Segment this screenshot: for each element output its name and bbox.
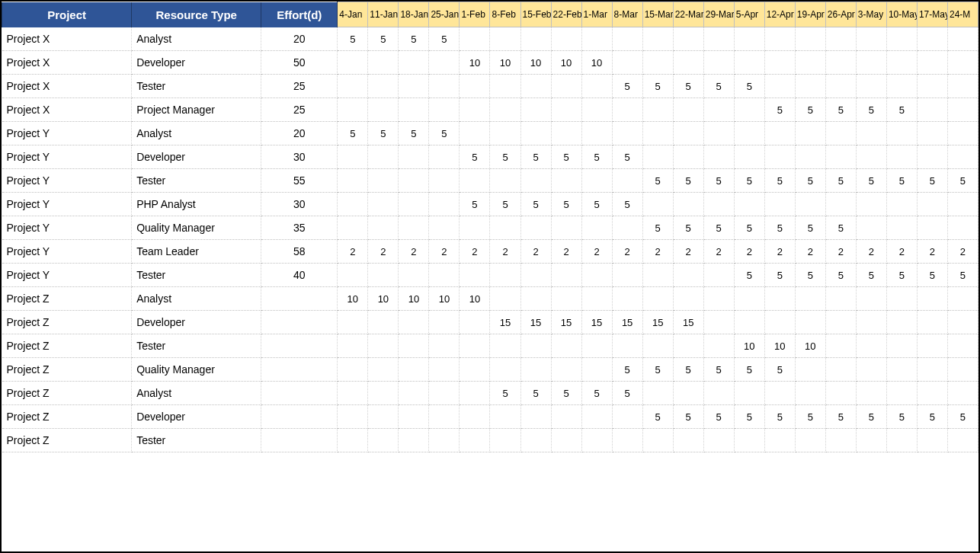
cell-value[interactable] xyxy=(429,311,460,334)
cell-value[interactable]: 5 xyxy=(642,405,673,429)
cell-value[interactable] xyxy=(825,193,856,216)
cell-effort[interactable] xyxy=(261,358,338,382)
cell-value[interactable] xyxy=(399,382,429,405)
cell-value[interactable] xyxy=(886,429,917,452)
cell-value[interactable] xyxy=(338,405,368,429)
cell-effort[interactable]: 50 xyxy=(261,51,338,75)
cell-value[interactable] xyxy=(429,429,460,452)
cell-value[interactable] xyxy=(399,405,429,429)
cell-value[interactable] xyxy=(703,122,734,145)
cell-effort[interactable] xyxy=(261,334,338,358)
cell-value[interactable] xyxy=(703,334,734,358)
cell-value[interactable]: 2 xyxy=(795,240,825,264)
cell-value[interactable] xyxy=(886,145,917,169)
cell-value[interactable] xyxy=(490,216,520,240)
cell-value[interactable]: 5 xyxy=(917,405,947,429)
cell-value[interactable]: 5 xyxy=(429,122,460,145)
cell-value[interactable] xyxy=(520,429,551,452)
cell-value[interactable] xyxy=(703,382,734,405)
cell-value[interactable] xyxy=(734,98,764,122)
cell-value[interactable] xyxy=(490,75,520,98)
cell-value[interactable] xyxy=(734,193,764,216)
cell-value[interactable] xyxy=(338,264,368,287)
cell-value[interactable]: 15 xyxy=(642,311,673,334)
cell-value[interactable] xyxy=(734,51,764,75)
cell-value[interactable] xyxy=(886,334,917,358)
cell-value[interactable]: 10 xyxy=(460,287,490,311)
cell-value[interactable]: 5 xyxy=(581,193,612,216)
cell-value[interactable]: 10 xyxy=(429,287,460,311)
cell-value[interactable]: 5 xyxy=(764,169,795,193)
cell-effort[interactable]: 58 xyxy=(261,240,338,264)
cell-value[interactable] xyxy=(460,334,490,358)
cell-value[interactable] xyxy=(825,27,856,51)
cell-value[interactable] xyxy=(856,429,886,452)
cell-value[interactable] xyxy=(338,382,368,405)
cell-project[interactable]: Project Y xyxy=(2,264,132,287)
cell-effort[interactable]: 40 xyxy=(261,264,338,287)
cell-value[interactable] xyxy=(460,382,490,405)
cell-value[interactable] xyxy=(581,405,612,429)
cell-value[interactable] xyxy=(551,216,581,240)
cell-value[interactable] xyxy=(399,75,429,98)
cell-value[interactable]: 5 xyxy=(338,27,368,51)
cell-value[interactable] xyxy=(795,51,825,75)
cell-value[interactable]: 5 xyxy=(642,75,673,98)
cell-project[interactable]: Project Z xyxy=(2,405,132,429)
header-project[interactable]: Project xyxy=(2,2,132,27)
cell-value[interactable] xyxy=(734,287,764,311)
cell-value[interactable] xyxy=(825,382,856,405)
cell-value[interactable]: 5 xyxy=(460,145,490,169)
cell-resource[interactable]: PHP Analyst xyxy=(132,193,261,216)
cell-value[interactable]: 5 xyxy=(673,216,703,240)
cell-value[interactable] xyxy=(856,145,886,169)
cell-value[interactable]: 5 xyxy=(642,216,673,240)
cell-value[interactable] xyxy=(551,405,581,429)
cell-value[interactable]: 5 xyxy=(612,145,642,169)
cell-value[interactable]: 5 xyxy=(368,122,399,145)
cell-effort[interactable]: 30 xyxy=(261,145,338,169)
header-date[interactable]: 17-May xyxy=(917,2,947,27)
cell-value[interactable]: 5 xyxy=(886,169,917,193)
cell-value[interactable] xyxy=(917,287,947,311)
cell-value[interactable] xyxy=(551,358,581,382)
cell-value[interactable] xyxy=(917,27,947,51)
cell-value[interactable]: 10 xyxy=(338,287,368,311)
cell-value[interactable] xyxy=(734,145,764,169)
cell-value[interactable] xyxy=(856,193,886,216)
cell-value[interactable] xyxy=(856,75,886,98)
cell-value[interactable] xyxy=(703,193,734,216)
cell-value[interactable]: 5 xyxy=(795,216,825,240)
cell-value[interactable] xyxy=(642,27,673,51)
cell-project[interactable]: Project Y xyxy=(2,216,132,240)
cell-value[interactable] xyxy=(917,122,947,145)
cell-value[interactable] xyxy=(947,98,978,122)
cell-value[interactable] xyxy=(460,75,490,98)
cell-value[interactable] xyxy=(399,429,429,452)
cell-value[interactable] xyxy=(368,193,399,216)
cell-value[interactable] xyxy=(338,51,368,75)
cell-value[interactable]: 5 xyxy=(856,98,886,122)
cell-value[interactable] xyxy=(429,98,460,122)
cell-value[interactable] xyxy=(399,358,429,382)
cell-effort[interactable] xyxy=(261,311,338,334)
cell-value[interactable]: 5 xyxy=(551,193,581,216)
cell-value[interactable] xyxy=(947,216,978,240)
cell-value[interactable] xyxy=(520,122,551,145)
cell-resource[interactable]: Project Manager xyxy=(132,98,261,122)
cell-value[interactable] xyxy=(764,382,795,405)
cell-resource[interactable]: Analyst xyxy=(132,122,261,145)
cell-value[interactable] xyxy=(642,334,673,358)
cell-resource[interactable]: Analyst xyxy=(132,27,261,51)
cell-project[interactable]: Project Z xyxy=(2,382,132,405)
cell-value[interactable] xyxy=(947,382,978,405)
cell-value[interactable] xyxy=(460,169,490,193)
cell-project[interactable]: Project Z xyxy=(2,311,132,334)
cell-value[interactable] xyxy=(520,75,551,98)
cell-value[interactable] xyxy=(642,51,673,75)
cell-value[interactable] xyxy=(673,382,703,405)
cell-value[interactable]: 2 xyxy=(460,240,490,264)
cell-value[interactable] xyxy=(399,193,429,216)
header-effort[interactable]: Effort(d) xyxy=(261,2,338,27)
cell-value[interactable] xyxy=(368,216,399,240)
